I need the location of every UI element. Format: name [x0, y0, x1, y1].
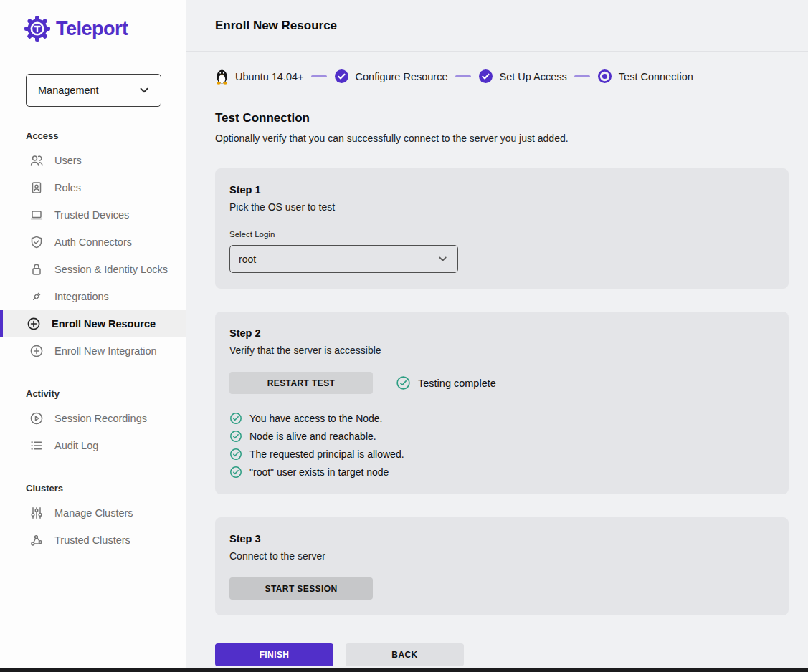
content-area: Test Connection Optionally verify that y…	[186, 85, 808, 666]
nav-section-access: Access	[0, 130, 186, 141]
section-description: Optionally verify that you can successfu…	[215, 133, 789, 144]
finish-button[interactable]: FINISH	[215, 643, 333, 666]
check-item-label: "root" user exists in target node	[249, 466, 389, 478]
sidebar-item-label: Manage Clusters	[54, 507, 133, 519]
login-select[interactable]: root	[229, 245, 458, 273]
step3-subtitle: Connect to the server	[229, 550, 774, 562]
linux-penguin-icon	[215, 68, 229, 85]
lock-icon	[29, 262, 44, 277]
window-bottom-edge	[0, 668, 808, 672]
current-step-ring-icon	[597, 69, 612, 84]
plug-icon	[29, 289, 44, 304]
stepper-connector	[574, 75, 590, 77]
sidebar-item-session-recordings[interactable]: Session Recordings	[0, 405, 186, 432]
sidebar-item-enroll-new-integration[interactable]: Enroll New Integration	[0, 337, 186, 365]
sidebar-item-label: Roles	[54, 182, 81, 193]
sidebar-item-trusted-devices[interactable]: Trusted Devices	[0, 201, 186, 229]
testing-status-label: Testing complete	[418, 378, 496, 389]
stepper-resource: Ubuntu 14.04+	[215, 68, 304, 85]
step2-subtitle: Verify that the server is accessible	[229, 345, 774, 356]
sidebar-item-label: Enroll New Resource	[52, 318, 156, 330]
teleport-logo[interactable]: Teleport	[0, 16, 186, 42]
enrollment-stepper: Ubuntu 14.04+ Configure Resource Set Up …	[186, 52, 808, 85]
sidebar-item-label: Trusted Devices	[54, 209, 129, 221]
shield-check-icon	[29, 235, 44, 249]
check-item-label: You have access to the Node.	[249, 413, 383, 424]
success-check-circle-icon	[229, 466, 242, 479]
success-check-circle-icon	[229, 448, 242, 461]
restart-test-button[interactable]: RESTART TEST	[229, 372, 373, 394]
sidebar-item-session-identity-locks[interactable]: Session & Identity Locks	[0, 256, 186, 283]
sidebar-item-audit-log[interactable]: Audit Log	[0, 432, 186, 459]
success-check-circle-icon	[229, 430, 242, 443]
step2-card: Step 2 Verify that the server is accessi…	[215, 312, 789, 494]
check-item: You have access to the Node.	[229, 412, 774, 425]
check-circle-icon	[334, 69, 349, 84]
play-circle-icon	[29, 411, 44, 426]
users-icon	[29, 153, 44, 168]
sidebar-item-users[interactable]: Users	[0, 147, 186, 174]
sidebar-item-label: Integrations	[54, 291, 109, 302]
sliders-icon	[29, 506, 44, 520]
check-item-label: The requested principal is allowed.	[249, 448, 404, 460]
stepper-step-test-connection: Test Connection	[597, 69, 693, 84]
stepper-step-set-up-access: Set Up Access	[478, 69, 567, 84]
stepper-step-label: Test Connection	[619, 71, 693, 82]
sidebar-item-trusted-clusters[interactable]: Trusted Clusters	[0, 527, 186, 554]
testing-status: Testing complete	[396, 375, 496, 390]
nav-section-clusters: Clusters	[0, 483, 186, 494]
page-title: Enroll New Resource	[215, 19, 337, 33]
sidebar-item-label: Session Recordings	[54, 413, 147, 424]
main-panel: Enroll New Resource Ubuntu 14.04+ Config	[186, 0, 808, 672]
page-header: Enroll New Resource	[186, 0, 808, 52]
sidebar-item-label: Enroll New Integration	[54, 345, 157, 357]
list-icon	[29, 438, 44, 453]
plus-circle-icon	[29, 344, 44, 358]
test-checklist: You have access to the Node. Node is ali…	[229, 412, 774, 479]
success-check-circle-icon	[396, 375, 411, 390]
plus-circle-icon	[27, 317, 41, 331]
teleport-gear-icon	[24, 16, 50, 42]
check-item-label: Node is alive and reachable.	[249, 431, 376, 442]
step1-card: Step 1 Pick the OS user to test Select L…	[215, 168, 789, 289]
start-session-button[interactable]: START SESSION	[229, 577, 373, 600]
sidebar-item-manage-clusters[interactable]: Manage Clusters	[0, 499, 186, 527]
step3-card: Step 3 Connect to the server START SESSI…	[215, 517, 789, 615]
wizard-actions: FINISH BACK	[215, 643, 789, 666]
check-item: Node is alive and reachable.	[229, 430, 774, 443]
network-icon	[29, 533, 44, 547]
login-select-value: root	[239, 254, 256, 265]
section-title: Test Connection	[215, 111, 789, 125]
stepper-connector	[311, 75, 327, 77]
sidebar-item-integrations[interactable]: Integrations	[0, 283, 186, 310]
laptop-icon	[29, 208, 44, 222]
stepper-resource-label: Ubuntu 14.04+	[235, 71, 304, 82]
sidebar-item-label: Trusted Clusters	[54, 534, 130, 546]
sidebar-item-label: Users	[54, 155, 82, 166]
step2-title: Step 2	[229, 327, 774, 339]
sidebar-item-label: Audit Log	[54, 440, 98, 451]
sidebar: Teleport Management Access Users Roles	[0, 0, 186, 672]
stepper-step-configure-resource: Configure Resource	[334, 69, 448, 84]
workspace-select[interactable]: Management	[26, 74, 161, 107]
step1-title: Step 1	[229, 184, 774, 196]
step3-title: Step 3	[229, 533, 774, 544]
sidebar-item-auth-connectors[interactable]: Auth Connectors	[0, 229, 186, 256]
sidebar-item-label: Session & Identity Locks	[54, 264, 168, 275]
back-button[interactable]: BACK	[346, 643, 464, 666]
stepper-step-label: Set Up Access	[500, 71, 567, 82]
brand-name: Teleport	[56, 18, 128, 40]
sidebar-item-enroll-new-resource[interactable]: Enroll New Resource	[0, 310, 186, 337]
chevron-down-icon	[138, 84, 151, 97]
step1-subtitle: Pick the OS user to test	[229, 201, 774, 213]
check-circle-icon	[478, 69, 493, 84]
select-login-label: Select Login	[229, 230, 774, 239]
success-check-circle-icon	[229, 412, 242, 425]
id-badge-icon	[29, 181, 44, 195]
check-item: "root" user exists in target node	[229, 466, 774, 479]
check-item: The requested principal is allowed.	[229, 448, 774, 461]
stepper-step-label: Configure Resource	[356, 71, 448, 82]
sidebar-item-roles[interactable]: Roles	[0, 174, 186, 201]
nav-section-activity: Activity	[0, 388, 186, 399]
chevron-down-icon	[437, 253, 449, 265]
